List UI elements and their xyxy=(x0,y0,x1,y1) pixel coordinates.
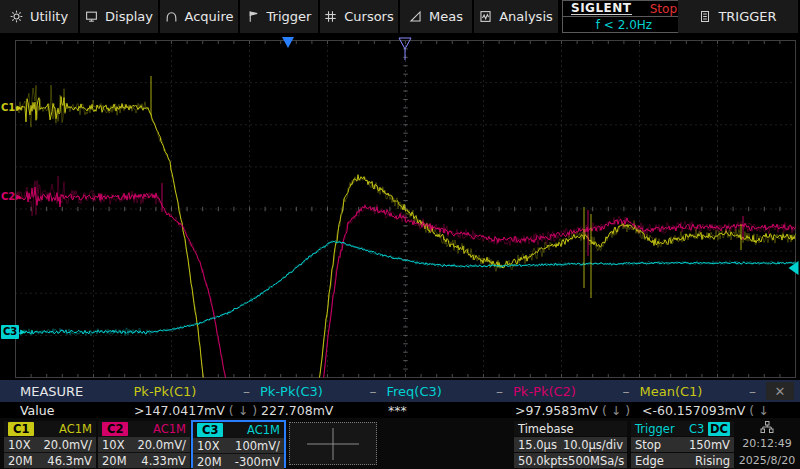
menu-bar: Utility Display Acquire Trigger xyxy=(0,0,800,33)
right-arrow-icon: ▶ xyxy=(16,190,21,204)
c2-coupling: AC1M xyxy=(153,422,186,436)
menu-utility-label: Utility xyxy=(30,9,68,24)
measure-item-freq-c3[interactable]: Freq(C3) – xyxy=(387,384,514,399)
trigger-delay-marker xyxy=(282,37,294,48)
frequency-counter: f < 2.0Hz xyxy=(563,17,685,32)
menu-acquire[interactable]: Acquire xyxy=(160,0,238,33)
network-icon xyxy=(760,421,774,433)
value-row-label: Value xyxy=(0,403,134,418)
timebase-box[interactable]: Timebase 15.0µs10.0µs/div 50.0kpts500MSa… xyxy=(514,421,627,467)
trigger-source: C3 xyxy=(689,422,704,436)
remove-measure-button[interactable]: – xyxy=(496,386,503,396)
date-display: 2025/8/20 xyxy=(739,454,795,467)
graticule-and-traces xyxy=(0,33,800,380)
menu-display-label: Display xyxy=(105,9,153,24)
measurement-value-row: Value >147.0417mV ( ↓ ) 227.708mV *** >9… xyxy=(0,402,800,418)
menu-trigger[interactable]: Trigger xyxy=(240,0,318,33)
oscilloscope-screen: Utility Display Acquire Trigger xyxy=(0,0,800,469)
monitor-icon xyxy=(85,10,98,23)
right-arrow-icon: ▶ xyxy=(20,325,25,339)
trigger-menu-label: TRIGGER xyxy=(718,9,776,24)
measure-value: *** xyxy=(388,403,515,418)
logo-status-box: SIGLENT Stop f < 2.0Hz xyxy=(562,0,686,33)
c2-badge: C2 xyxy=(102,422,128,436)
menu-meas-label: Meas xyxy=(429,9,463,24)
menu-analysis[interactable]: Analysis xyxy=(474,0,558,33)
remove-measure-button[interactable]: – xyxy=(370,386,377,396)
menu-cursors-label: Cursors xyxy=(344,9,394,24)
arch-icon xyxy=(165,10,178,23)
c1-badge: C1 xyxy=(8,422,34,436)
measure-value: 227.708mV xyxy=(261,403,388,418)
measurement-bar: MEASURE Pk-Pk(C1) – Pk-Pk(C3) – Freq(C3)… xyxy=(0,380,800,418)
menu-analysis-label: Analysis xyxy=(499,9,553,24)
close-measure-bar-button[interactable]: ✕ xyxy=(766,382,794,400)
remove-measure-button[interactable]: – xyxy=(243,386,250,396)
c1-coupling: AC1M xyxy=(59,422,92,436)
channel-box-c1[interactable]: C1 AC1M 10X20.0mV/ 20M46.3mV xyxy=(4,421,96,467)
measure-item-pkpk-c3[interactable]: Pk-Pk(C3) – xyxy=(260,384,387,399)
time-display: 20:12:49 xyxy=(742,437,791,450)
measure-item-mean-c1[interactable]: Mean(C1) – xyxy=(640,384,767,399)
c3-badge: C3 xyxy=(197,423,223,437)
c2-offset-marker[interactable]: C2▶ xyxy=(1,190,22,204)
measure-value: >97.9583mV ( ↓ ) xyxy=(515,403,642,418)
menu-display[interactable]: Display xyxy=(80,0,158,33)
measure-title: MEASURE xyxy=(0,384,134,399)
c3-coupling: AC1M xyxy=(247,423,280,437)
remove-measure-button[interactable]: – xyxy=(749,386,756,396)
channel-box-c2[interactable]: C2 AC1M 10X20.0mV/ 20M4.33mV xyxy=(98,421,190,467)
flag-icon xyxy=(247,10,260,23)
set-square-icon xyxy=(409,10,422,23)
timebase-title: Timebase xyxy=(518,422,574,436)
measure-value: >147.0417mV ( ↓ ) xyxy=(134,403,261,418)
siglent-logo: SIGLENT xyxy=(571,3,632,15)
clock-area: 20:12:49 2025/8/20 xyxy=(737,420,797,468)
measure-value: <-60.157093mV ( ↓ xyxy=(642,403,769,418)
c1-offset-marker[interactable]: C1▶ xyxy=(1,101,22,115)
menu-utility[interactable]: Utility xyxy=(0,0,78,33)
channel-box-c3[interactable]: C3 AC1M 10X100mV/ 20M-300mV xyxy=(191,420,286,468)
measure-item-pkpk-c2[interactable]: Pk-Pk(C2) – xyxy=(513,384,640,399)
waveform-display[interactable]: C1▶ C2▶ C3▶ xyxy=(0,33,800,380)
menu-cursors[interactable]: Cursors xyxy=(320,0,398,33)
trigger-coupling: DC xyxy=(708,422,730,436)
document-wave-icon xyxy=(479,10,492,23)
menu-acquire-label: Acquire xyxy=(185,9,234,24)
measurement-header-row: MEASURE Pk-Pk(C1) – Pk-Pk(C3) – Freq(C3)… xyxy=(0,380,800,402)
remove-measure-button[interactable]: – xyxy=(623,386,630,396)
gear-icon xyxy=(10,10,23,23)
crosshatch-icon xyxy=(324,10,337,23)
right-arrow-icon: ▶ xyxy=(16,101,21,115)
menu-trigger-label: Trigger xyxy=(267,9,312,24)
status-bar: C1 AC1M 10X20.0mV/ 20M46.3mV C2 AC1M 10X… xyxy=(0,418,800,469)
add-channel-button[interactable] xyxy=(289,422,377,465)
list-icon xyxy=(699,10,711,23)
c3-offset-marker[interactable]: C3▶ xyxy=(1,325,26,339)
menu-meas[interactable]: Meas xyxy=(400,0,472,33)
trigger-title: Trigger xyxy=(635,422,675,436)
acquisition-status: Stop xyxy=(650,2,677,16)
plus-icon xyxy=(301,425,365,463)
trigger-box[interactable]: Trigger C3 DC Stop150mV EdgeRising xyxy=(631,421,734,467)
trigger-menu-button[interactable]: TRIGGER xyxy=(678,0,798,33)
measure-item-pkpk-c1[interactable]: Pk-Pk(C1) – xyxy=(134,384,261,399)
